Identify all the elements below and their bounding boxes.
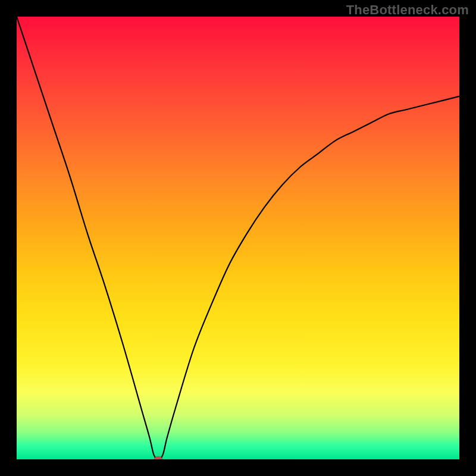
plot-area [17,17,459,459]
chart-frame: TheBottleneck.com [0,0,476,476]
min-point-marker [154,456,162,459]
watermark-text: TheBottleneck.com [346,2,469,18]
bottleneck-curve [17,17,459,459]
